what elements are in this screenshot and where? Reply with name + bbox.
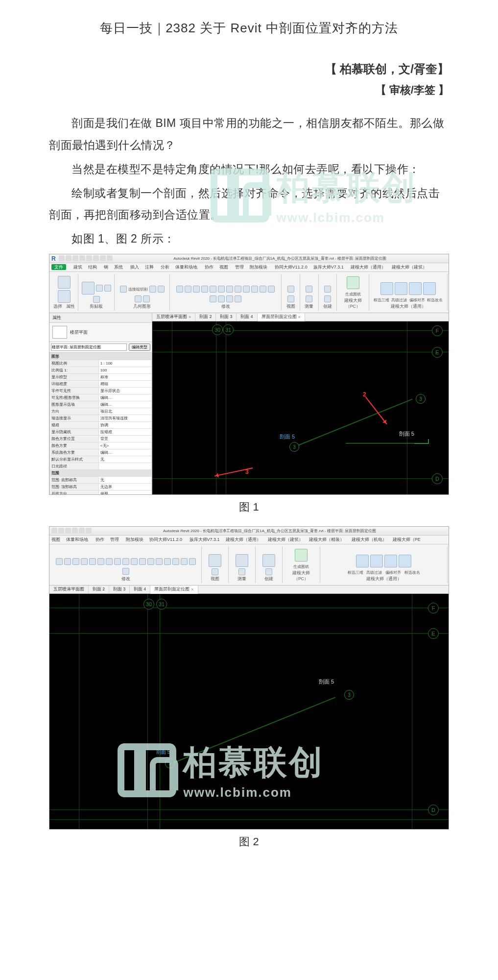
- view-tabs[interactable]: 五层喷淋平面图 剖面 2 剖面 3 剖面 4 屋面层剖面定位图×: [49, 586, 449, 594]
- section-line-diag[interactable]: [294, 399, 413, 447]
- cursor-icon: [58, 276, 71, 289]
- view-tab-active[interactable]: 屋面层剖面定位图×: [150, 586, 198, 594]
- quick-access-toolbar[interactable]: [51, 528, 93, 535]
- figure-2: Autodesk Revit 2020 - 长电机电洁净工程项目_综合厂房1A_…: [49, 526, 449, 830]
- paragraph-1: 剖面是我们在做 BIM 项目中常用的功能之一，相信朋友都不陌生。那么做剖面最怕遇…: [49, 112, 449, 156]
- grid-bubble: 30: [212, 324, 223, 335]
- close-icon: ×: [298, 315, 301, 319]
- grid-bubble: D: [432, 473, 443, 484]
- page-title: 每日一技｜2382 关于 Revit 中剖面位置对齐的方法: [49, 20, 449, 37]
- ribbon-group-general[interactable]: 框选三维 高级过滤 偏移对齐 框选改名 建模大师（通用）: [369, 274, 448, 311]
- type-thumb-icon: [52, 326, 67, 339]
- ribbon-group-select[interactable]: 选择 属性: [50, 274, 78, 311]
- section-label-diag: 剖面 5: [280, 433, 295, 441]
- window-title: Autodesk Revit 2020 - 长电机电洁净工程项目_综合厂房1A_…: [114, 256, 447, 261]
- section-label-horiz: 剖面 5: [399, 430, 414, 438]
- section-line-horiz[interactable]: [346, 443, 414, 443]
- view-tab[interactable]: 剖面 3: [109, 586, 130, 593]
- type-selector[interactable]: 楼层平面: [49, 323, 152, 342]
- ribbon-group-modify[interactable]: 修改: [170, 274, 282, 311]
- figure-2-caption: 图 2: [49, 834, 449, 849]
- view-tab[interactable]: 剖面 4: [130, 586, 150, 593]
- byline: 【 柏慕联创，文/胥奎】: [49, 61, 449, 77]
- ribbon-group-geometry[interactable]: 连接端切割 几何图形: [115, 274, 170, 311]
- view-tab[interactable]: 剖面 2: [195, 313, 216, 321]
- ribbon-group-create[interactable]: 创建: [319, 274, 337, 311]
- ribbon-group-pc[interactable]: 生成图纸 建模大师（PC）: [283, 546, 320, 583]
- section-tail[interactable]: 3: [416, 394, 426, 404]
- edit-type-button[interactable]: 编辑类型: [129, 343, 150, 351]
- revit-logo-icon: R: [51, 255, 56, 262]
- properties-header: 属性: [49, 313, 152, 323]
- view-tab-active[interactable]: 屋面层剖面定位图×: [258, 313, 305, 321]
- view-tab[interactable]: 五层喷淋平面图: [49, 586, 89, 593]
- ribbon-group-view[interactable]: 视图: [202, 546, 229, 583]
- ribbon-group-create[interactable]: 创建: [256, 546, 283, 583]
- revit-screenshot-2: Autodesk Revit 2020 - 长电机电洁净工程项目_综合厂房1A_…: [49, 526, 449, 830]
- revit-screenshot-1: R Autodesk Revit 2020 - 长电机电洁净工程项目_综合厂房1…: [49, 254, 449, 495]
- grid-bubble: E: [432, 347, 443, 358]
- section-flag[interactable]: [414, 437, 429, 444]
- ribbon-tabs[interactable]: 文件 建筑结构 钢系统 插入注释 分析体量和场地 协作视图 管理附加模块 协同大…: [49, 263, 449, 272]
- modify-icon: [58, 290, 71, 303]
- grid-bubble: 31: [223, 324, 234, 335]
- ribbon-group-pc[interactable]: 生成图纸 建模大师（PC）: [337, 274, 369, 311]
- drawing-canvas[interactable]: F E D 30 31 3 3 剖面 5 剖面 5: [49, 594, 449, 829]
- paragraph-3: 绘制或者复制一个剖面，然后选择对齐命令，选择需要对齐的线然后点击剖面，再把剖面移…: [49, 182, 449, 226]
- ribbon-tabs[interactable]: 视图体量和场地 协作管理 附加模块协同大师V11.2.0 族库大师V7.3.1建…: [49, 536, 449, 544]
- properties-panel: 属性 楼层平面 编辑类型 图形视图比例1 : 100比例值 1:100显示模型标…: [49, 313, 152, 494]
- ribbon-group-view[interactable]: 视图: [282, 274, 300, 311]
- section-line-diag[interactable]: [172, 697, 336, 764]
- reviewer: 【 审核/李签 】: [49, 83, 449, 98]
- paragraph-2: 当然是在模型不是特定角度的情况下!那么如何去弄呢，看以下操作：: [49, 158, 449, 180]
- figure-1-caption: 图 1: [49, 500, 449, 514]
- section-tail[interactable]: 3: [344, 690, 354, 700]
- grid-bubble: E: [428, 628, 439, 639]
- view-tab[interactable]: 剖面 3: [216, 313, 237, 321]
- properties-grid[interactable]: 图形视图比例1 : 100比例值 1:100显示模型标准详细程度精细零件可见性显…: [49, 353, 152, 494]
- view-tab[interactable]: 剖面 4: [237, 313, 257, 321]
- close-icon: ×: [191, 587, 193, 592]
- view-tab[interactable]: 五层喷淋平面图×: [152, 313, 195, 321]
- grid-bubble: 31: [156, 599, 167, 610]
- ribbon-group-modify[interactable]: 修改: [50, 546, 202, 583]
- drawing-canvas[interactable]: F E D 30 31 3 3 剖面 5 剖面 5 1: [152, 321, 449, 494]
- view-tabs[interactable]: 五层喷淋平面图× 剖面 2 剖面 3 剖面 4 屋面层剖面定位图×: [152, 313, 449, 321]
- window-title: Autodesk Revit 2020 - 长电机电洁净工程项目_综合厂房1A_…: [93, 528, 447, 534]
- quick-access-toolbar[interactable]: [59, 255, 114, 262]
- figure-1: 柏慕联创 www.lcbim.com R Autodesk Revit 2020…: [49, 254, 449, 495]
- paragraph-4: 如图 1、图 2 所示：: [49, 228, 449, 250]
- section-head[interactable]: 3: [289, 442, 299, 452]
- ribbon-panel: 选择 属性 剪贴板 连接端切割 几何图形 修改 视图: [49, 272, 449, 313]
- ribbon-group-measure[interactable]: 测量: [229, 546, 256, 583]
- align-icon: [176, 286, 183, 293]
- grid-bubble: D: [428, 805, 439, 815]
- sheet-icon: [347, 276, 359, 289]
- ribbon-panel: 修改 视图 测量 创建 生成图纸 建模大师（PC）: [49, 544, 449, 586]
- grid-bubble: F: [432, 325, 443, 336]
- arrow-icon: [152, 321, 158, 330]
- section-hint: 剖面 5: [156, 749, 170, 756]
- section-head[interactable]: 3: [165, 759, 175, 768]
- ribbon-tab-file[interactable]: 文件: [51, 264, 66, 270]
- grid-bubble: F: [428, 603, 439, 613]
- ribbon-group-clipboard[interactable]: 剪贴板: [78, 274, 115, 311]
- section-label: 剖面 5: [319, 678, 334, 686]
- view-tab[interactable]: 剖面 2: [89, 586, 109, 593]
- revit-titlebar: Autodesk Revit 2020 - 长电机电洁净工程项目_综合厂房1A_…: [49, 527, 449, 536]
- instance-selector[interactable]: [51, 343, 127, 351]
- ribbon-group-measure[interactable]: 测量: [300, 274, 319, 311]
- grid-bubble: 30: [143, 599, 154, 610]
- ribbon-group-general[interactable]: 框选三维 高级过滤 偏移对齐 框选改名 建模大师（通用）: [320, 546, 448, 583]
- revit-titlebar: R Autodesk Revit 2020 - 长电机电洁净工程项目_综合厂房1…: [49, 254, 449, 263]
- paste-icon: [82, 282, 95, 294]
- close-icon: ×: [189, 315, 191, 319]
